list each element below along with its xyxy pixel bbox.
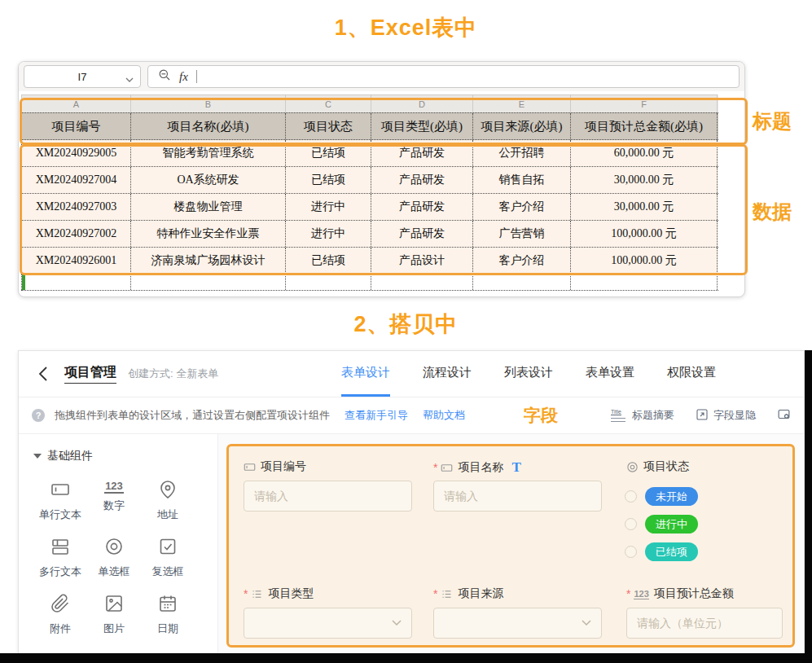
table-cell[interactable] <box>371 274 473 290</box>
cell-reference-box[interactable]: I7 <box>24 65 141 88</box>
project-source-select[interactable] <box>433 608 602 639</box>
component-date[interactable]: 日期 <box>157 594 178 651</box>
table-cell[interactable]: 客户介绍 <box>473 248 571 274</box>
table-cell[interactable]: 广告营销 <box>473 221 571 247</box>
status-option-in-progress[interactable]: 进行中 <box>625 515 698 533</box>
table-cell[interactable]: XM20240927003 <box>21 194 131 220</box>
project-name-input[interactable] <box>433 481 602 512</box>
radio-button[interactable] <box>625 518 637 530</box>
component-radio[interactable]: 单选框 <box>99 537 130 594</box>
table-cell[interactable]: 楼盘物业管理 <box>131 194 286 220</box>
table-cell[interactable]: 100,000.00 元 <box>571 248 718 274</box>
table-cell[interactable]: 客户介绍 <box>473 194 571 220</box>
table-cell[interactable]: 产品研发 <box>371 194 473 220</box>
column-letter[interactable]: D <box>371 94 473 112</box>
table-cell[interactable] <box>473 274 571 290</box>
table-cell[interactable]: 公开招聘 <box>473 140 571 166</box>
form-properties-button[interactable] <box>777 407 791 424</box>
table-cell[interactable]: XM20240929005 <box>21 140 131 166</box>
status-option-closed[interactable]: 已结项 <box>625 542 698 561</box>
status-badge: 未开始 <box>645 487 698 506</box>
table-cell[interactable]: 智能考勤管理系统 <box>131 140 286 166</box>
help-doc-link[interactable]: 帮助文档 <box>423 408 465 423</box>
table-cell[interactable]: 已结项 <box>286 140 371 166</box>
component-single-line-text[interactable]: 单行文本 <box>39 480 81 537</box>
status-badge: 已结项 <box>645 542 698 561</box>
builder-panel: 项目管理 创建方式: 全新表单 表单设计 流程设计 列表设计 表单设置 权限设置… <box>18 350 805 655</box>
header-cell[interactable]: 项目编号 <box>21 113 131 139</box>
table-cell[interactable]: 已结项 <box>286 167 371 193</box>
basic-components-group[interactable]: 基础组件 <box>33 449 217 463</box>
column-letter[interactable]: E <box>473 94 571 112</box>
excel-toolbar: I7 fx <box>19 62 744 91</box>
table-cell[interactable]: 进行中 <box>286 194 371 220</box>
number-icon: 123 <box>104 480 124 494</box>
tab-flow-design[interactable]: 流程设计 <box>423 351 472 397</box>
column-letter[interactable]: F <box>571 94 718 112</box>
table-cell[interactable]: 产品研发 <box>371 140 473 166</box>
table-cell[interactable]: 进行中 <box>286 221 371 247</box>
component-checkbox[interactable]: 复选框 <box>152 537 184 594</box>
component-multi-line-text[interactable]: 多行文本 <box>39 537 81 594</box>
table-cell[interactable]: 30,000.00 元 <box>571 194 718 220</box>
table-cell[interactable]: 济南泉城广场园林设计 <box>131 248 286 274</box>
table-cell[interactable] <box>131 274 286 290</box>
header-cell[interactable]: 项目来源(必填) <box>473 113 571 139</box>
table-cell[interactable] <box>21 274 131 290</box>
project-no-input[interactable] <box>244 481 412 512</box>
back-icon[interactable] <box>35 366 51 382</box>
column-letter[interactable]: B <box>131 94 286 112</box>
excel-panel: I7 fx A B C <box>18 61 745 297</box>
table-cell[interactable] <box>571 274 718 290</box>
table-cell[interactable]: 产品研发 <box>371 167 473 193</box>
component-address[interactable]: 地址 <box>157 480 178 537</box>
tab-form-settings[interactable]: 表单设置 <box>586 351 634 397</box>
radio-button[interactable] <box>625 490 637 503</box>
component-number[interactable]: 123 数字 <box>103 480 125 537</box>
component-image[interactable]: 图片 <box>103 594 125 651</box>
text-format-icon[interactable]: T <box>511 459 520 476</box>
table-row: XM20240926001 济南泉城广场园林设计 已结项 产品设计 客户介绍 1… <box>21 248 718 274</box>
status-option-not-started[interactable]: 未开始 <box>625 487 698 506</box>
formula-cursor <box>196 70 197 83</box>
column-letter[interactable]: A <box>21 94 131 112</box>
table-cell[interactable] <box>286 274 371 290</box>
table-cell[interactable]: 已结项 <box>286 248 371 274</box>
chevron-down-icon[interactable] <box>125 73 134 86</box>
checkbox-icon <box>158 537 178 560</box>
beginner-guide-link[interactable]: 查看新手引导 <box>345 408 408 423</box>
table-cell[interactable]: XM20240927004 <box>21 167 131 193</box>
table-cell[interactable]: XM20240926001 <box>21 248 131 274</box>
formula-bar[interactable]: fx <box>147 65 740 88</box>
header-cell[interactable]: 项目预计总金额(必填) <box>571 113 718 139</box>
zoom-out-icon[interactable] <box>158 68 171 85</box>
column-letter[interactable]: C <box>286 94 371 112</box>
builder-toolbar: ? 拖拽组件到表单的设计区域，通过设置右侧配置项设计组件 查看新手引导 帮助文档… <box>19 397 804 434</box>
table-cell[interactable]: OA系统研发 <box>131 167 286 193</box>
project-type-select[interactable] <box>244 608 412 639</box>
title-summary-button[interactable]: Title 标题摘要 <box>611 408 674 423</box>
project-budget-input[interactable] <box>626 608 783 639</box>
form-title[interactable]: 项目管理 <box>64 364 116 384</box>
tab-list-design[interactable]: 列表设计 <box>504 351 553 397</box>
header-cell[interactable]: 项目名称(必填) <box>131 113 286 139</box>
table-cell[interactable]: 100,000.00 元 <box>571 221 718 247</box>
header-cell[interactable]: 项目状态 <box>286 113 371 139</box>
tab-form-design[interactable]: 表单设计 <box>341 351 390 397</box>
location-pin-icon <box>158 480 178 503</box>
tab-permission-settings[interactable]: 权限设置 <box>667 351 716 397</box>
radio-button[interactable] <box>625 546 637 558</box>
table-cell[interactable]: 30,000.00 元 <box>571 167 718 193</box>
component-attachment[interactable]: 附件 <box>50 594 71 651</box>
table-cell[interactable]: 产品研发 <box>371 221 473 247</box>
title-summary-icon: Title <box>611 409 627 422</box>
title-summary-label: 标题摘要 <box>632 408 674 423</box>
table-cell[interactable]: 产品设计 <box>371 248 473 274</box>
design-canvas: 项目编号 * 项目名称 T 项目状态 <box>218 434 804 655</box>
field-visibility-button[interactable]: 字段显隐 <box>696 408 756 424</box>
header-cell[interactable]: 项目类型(必填) <box>371 113 473 139</box>
table-cell[interactable]: XM20240927002 <box>21 221 131 247</box>
table-cell[interactable]: 特种作业安全作业票 <box>131 221 286 247</box>
table-cell[interactable]: 60,000.00 元 <box>571 140 718 166</box>
table-cell[interactable]: 销售自拓 <box>473 167 571 193</box>
